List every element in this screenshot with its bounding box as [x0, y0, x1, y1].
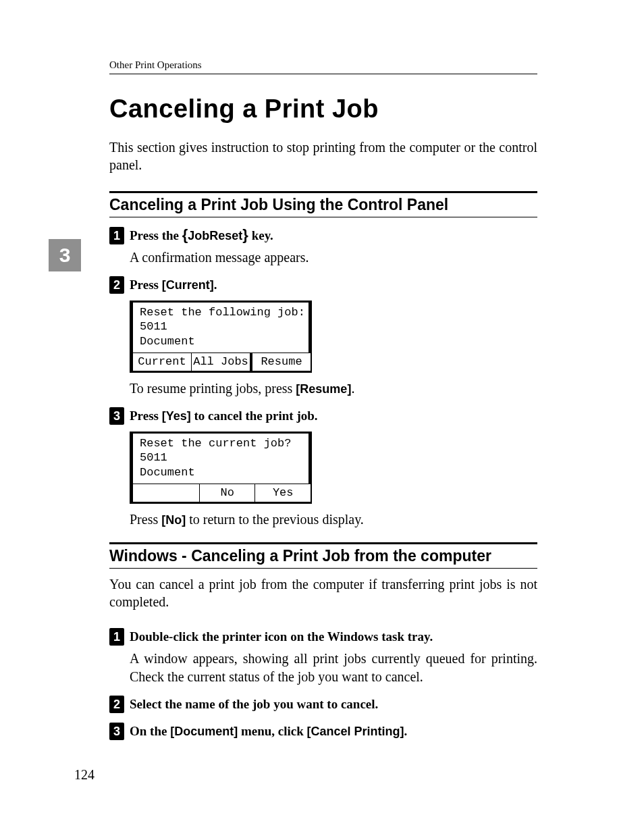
step-body: A window appears, showing all print jobs… [130, 650, 537, 686]
lcd-button-current[interactable]: Current [133, 353, 191, 371]
step-text: Press [130, 278, 162, 292]
step-text: key. [248, 228, 273, 242]
ui-button-ref: [Current] [162, 278, 214, 292]
lcd-button-row: Current All Jobs Resume [130, 353, 311, 372]
text: To resume printing jobs, press [130, 381, 296, 396]
rule [109, 217, 537, 217]
text: to return to the previous display. [186, 512, 364, 527]
rule [109, 542, 537, 544]
chapter-tab: 3 [49, 239, 81, 271]
running-head: Other Print Operations [109, 59, 537, 74]
step-number-badge: 3 [109, 407, 124, 425]
page-title: Canceling a Print Job [109, 95, 537, 124]
lcd-panel: Reset the following job: 5011 Document C… [130, 301, 312, 373]
step: 3 On the [Document] menu, click [Cancel … [109, 723, 537, 740]
ui-menu-ref: [Cancel Printing] [307, 725, 404, 738]
step: 2 Select the name of the job you want to… [109, 696, 537, 713]
step-heading: 1 Double-click the printer icon on the W… [109, 628, 537, 646]
step-number-badge: 2 [109, 696, 124, 713]
text: . [351, 381, 354, 396]
section-heading: Windows - Canceling a Print Job from the… [109, 547, 537, 565]
step-text: Press [130, 409, 162, 423]
lcd-button-yes[interactable]: Yes [254, 484, 311, 502]
lcd-button-no[interactable]: No [199, 484, 255, 502]
step-text: Press the [130, 228, 182, 242]
ui-menu-ref: [Document] [170, 725, 238, 738]
step-heading: 1 Press the {JobReset} key. [109, 227, 537, 244]
step-text: menu, click [238, 724, 306, 738]
step: 1 Press the {JobReset} key. A confirmati… [109, 227, 537, 267]
step-body: Press [No] to return to the previous dis… [130, 511, 537, 529]
step: 1 Double-click the printer icon on the W… [109, 628, 537, 686]
lcd-button-row: No Yes [130, 484, 311, 503]
step-body: To resume printing jobs, press [Resume]. [130, 380, 537, 398]
section-heading: Canceling a Print Job Using the Control … [109, 196, 537, 214]
step-heading: 3 On the [Document] menu, click [Cancel … [109, 723, 537, 740]
step: 3 Press [Yes] to cancel the print job. R… [109, 407, 537, 529]
step-text: . [214, 278, 217, 292]
step-text: to cancel the print job. [191, 409, 318, 423]
ui-button-ref: [Yes] [162, 409, 191, 423]
step-number-badge: 3 [109, 723, 124, 740]
ui-button-ref: [Resume] [296, 382, 351, 396]
rule [109, 191, 537, 193]
section-intro: You can cancel a print job from the comp… [109, 575, 537, 610]
step-text: Select the name of the job you want to c… [130, 697, 378, 712]
intro-paragraph: This section gives instruction to stop p… [109, 138, 537, 174]
lcd-spacer [133, 484, 199, 502]
step-text: On the [130, 724, 170, 738]
step-text: Double-click the printer icon on the Win… [130, 629, 433, 644]
lcd-button-resume[interactable]: Resume [252, 353, 311, 371]
step-number-badge: 1 [109, 628, 124, 646]
key-name: JobReset [188, 229, 242, 242]
text: Press [130, 512, 161, 527]
lcd-panel: Reset the current job? 5011 Document No … [130, 432, 312, 504]
rule [109, 568, 537, 569]
step-heading: 2 Press [Current]. [109, 276, 537, 294]
step-body: A confirmation message appears. [130, 249, 537, 267]
lcd-button-all-jobs[interactable]: All Jobs [191, 353, 252, 371]
step-heading: 2 Select the name of the job you want to… [109, 696, 537, 713]
ui-button-ref: [No] [161, 513, 186, 527]
step: 2 Press [Current]. Reset the following j… [109, 276, 537, 398]
lcd-text: Reset the current job? 5011 Document [130, 432, 311, 484]
step-heading: 3 Press [Yes] to cancel the print job. [109, 407, 537, 425]
step-text: . [404, 724, 408, 738]
lcd-text: Reset the following job: 5011 Document [130, 301, 311, 353]
manual-page: 3 Other Print Operations Canceling a Pri… [0, 0, 644, 834]
step-number-badge: 2 [109, 276, 124, 294]
step-number-badge: 1 [109, 227, 124, 244]
page-number: 124 [74, 767, 95, 783]
